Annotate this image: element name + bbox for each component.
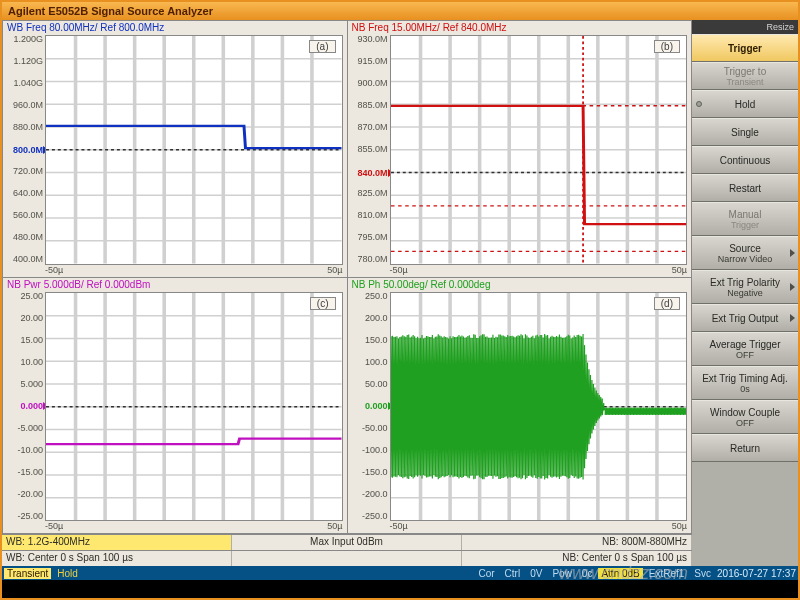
softkey-restart[interactable]: Restart — [692, 174, 798, 202]
wb-center-span: WB: Center 0 s Span 100 µs — [2, 551, 232, 566]
softkey-hold[interactable]: Hold — [692, 90, 798, 118]
footer-row-1: WB: 1.2G-400MHz Max Input 0dBm NB: 800M-… — [2, 534, 692, 550]
status-ctrl: Ctrl — [501, 568, 525, 579]
plot-area[interactable]: (d) — [390, 292, 688, 522]
chart-title: WB Freq 80.00MHz/ Ref 800.0MHz — [3, 21, 347, 35]
status-cor: Cor — [474, 568, 498, 579]
pane-label: (a) — [309, 40, 335, 53]
status-svc: Svc — [690, 568, 715, 579]
plot-area[interactable]: (a) — [45, 35, 343, 265]
softkey-source[interactable]: Source Narrow Video — [692, 236, 798, 270]
pane-label: (c) — [310, 297, 336, 310]
softkey-trigger[interactable]: Trigger — [692, 34, 798, 62]
chart-title: NB Ph 50.00deg/ Ref 0.000deg — [348, 278, 692, 292]
display-area: WB Freq 80.00MHz/ Ref 800.0MHz1.200G1.12… — [2, 20, 692, 566]
chart-title: NB Freq 15.00MHz/ Ref 840.0MHz — [348, 21, 692, 35]
chevron-right-icon — [790, 249, 795, 257]
softkey-ext-trig-timing[interactable]: Ext Trig Timing Adj. 0s — [692, 366, 798, 400]
radio-icon — [696, 101, 702, 107]
softkey-ext-trig-output[interactable]: Ext Trig Output — [692, 304, 798, 332]
status-extref: ExtRef1 — [645, 568, 689, 579]
plot-area[interactable]: (b) — [390, 35, 688, 265]
status-transient: Transient — [4, 568, 51, 579]
softkey-panel: Resize Trigger Trigger to Transient Hold… — [692, 20, 798, 566]
chart-grid: WB Freq 80.00MHz/ Ref 800.0MHz1.200G1.12… — [2, 20, 692, 534]
chevron-right-icon — [790, 314, 795, 322]
softkey-average-trigger[interactable]: Average Trigger OFF — [692, 332, 798, 366]
chart-c: NB Pwr 5.000dB/ Ref 0.000dBm25.0020.0015… — [3, 278, 347, 534]
softkey-return[interactable]: Return — [692, 434, 798, 462]
status-attn: Attn 0dB — [598, 568, 642, 579]
chart-a: WB Freq 80.00MHz/ Ref 800.0MHz1.200G1.12… — [3, 21, 347, 277]
status-pow: Pow — [548, 568, 575, 579]
softkey-window-couple[interactable]: Window Couple OFF — [692, 400, 798, 434]
footer-spacer — [232, 551, 462, 566]
status-0c: 0c — [578, 568, 597, 579]
status-0v: 0V — [526, 568, 546, 579]
max-input: Max Input 0dBm — [232, 535, 462, 550]
softkey-trigger-to-transient[interactable]: Trigger to Transient — [692, 62, 798, 90]
main-area: WB Freq 80.00MHz/ Ref 800.0MHz1.200G1.12… — [2, 20, 798, 566]
nb-center-span: NB: Center 0 s Span 100 µs — [462, 551, 692, 566]
chevron-right-icon — [790, 283, 795, 291]
app-title: Agilent E5052B Signal Source Analyzer — [8, 5, 213, 17]
chart-d: NB Ph 50.00deg/ Ref 0.000deg250.0200.015… — [348, 278, 692, 534]
pane-label: (b) — [654, 40, 680, 53]
nb-range: NB: 800M-880MHz — [462, 535, 692, 550]
wb-range: WB: 1.2G-400MHz — [2, 535, 232, 550]
pane-label: (d) — [654, 297, 680, 310]
softkey-manual-trigger[interactable]: Manual Trigger — [692, 202, 798, 236]
chart-title: NB Pwr 5.000dB/ Ref 0.000dBm — [3, 278, 347, 292]
status-hold: Hold — [53, 568, 82, 579]
resize-label[interactable]: Resize — [692, 20, 798, 34]
softkey-single[interactable]: Single — [692, 118, 798, 146]
window-titlebar: Agilent E5052B Signal Source Analyzer — [2, 2, 798, 20]
plot-area[interactable]: (c) — [45, 292, 343, 522]
status-bar: Transient Hold Cor Ctrl 0V Pow 0c Attn 0… — [2, 566, 798, 580]
footer-row-2: WB: Center 0 s Span 100 µs NB: Center 0 … — [2, 550, 692, 566]
chart-b: NB Freq 15.00MHz/ Ref 840.0MHz930.0M915.… — [348, 21, 692, 277]
softkey-ext-trig-polarity[interactable]: Ext Trig Polarity Negative — [692, 270, 798, 304]
softkey-continuous[interactable]: Continuous — [692, 146, 798, 174]
status-timestamp: 2016-07-27 17:37 — [717, 568, 796, 579]
